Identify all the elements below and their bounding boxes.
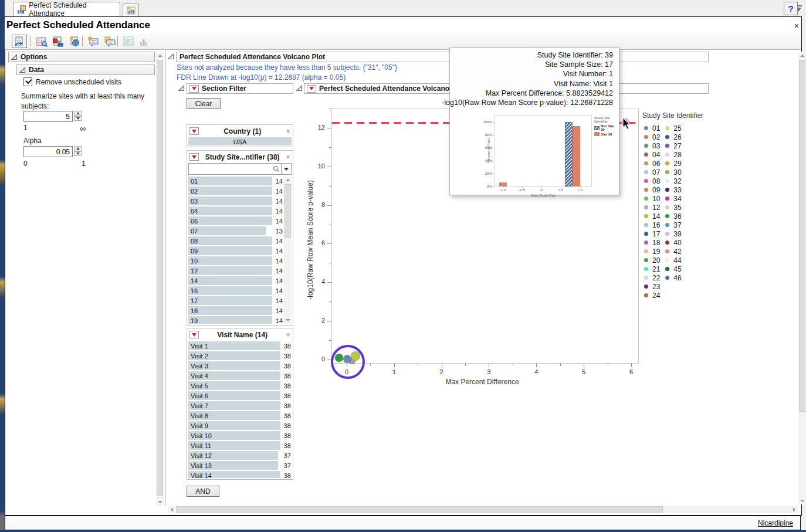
visit-item-bar[interactable]: Visit 11 — [188, 441, 280, 450]
visit-item-bar[interactable]: Visit 1 — [188, 341, 280, 350]
scroll-down-button[interactable] — [284, 317, 292, 324]
legend-item-20[interactable]: 20 — [642, 256, 660, 265]
visit-item-bar[interactable]: Visit 7 — [188, 401, 280, 410]
scroll-right-button[interactable] — [790, 506, 798, 513]
legend-item-16[interactable]: 16 — [642, 221, 660, 229]
legend-item-06[interactable]: 06 — [642, 159, 660, 168]
visit-item-row[interactable]: Visit 838 — [188, 411, 292, 420]
legend-item-42[interactable]: 42 — [663, 247, 681, 256]
visit-close-icon[interactable]: × — [286, 331, 290, 338]
legend-item-02[interactable]: 02 — [642, 133, 660, 141]
report-horizontal-scrollbar[interactable] — [168, 506, 798, 513]
site-search-input[interactable] — [189, 164, 273, 174]
site-item-row[interactable]: 1714 — [188, 296, 283, 305]
section-filter-disclosure[interactable] — [178, 85, 185, 93]
visit-item-row[interactable]: Visit 238 — [188, 351, 292, 360]
tab-chart[interactable] — [123, 4, 139, 16]
site-item-bar[interactable]: 14 — [188, 276, 272, 285]
site-item-row[interactable]: 1914 — [188, 316, 283, 324]
legend-item-23[interactable]: 23 — [642, 282, 660, 291]
site-menu-button[interactable] — [189, 153, 199, 161]
scrollbar-thumb[interactable] — [176, 506, 663, 513]
section-filter-header[interactable]: Section Filter — [187, 83, 293, 94]
visit-item-bar[interactable]: Visit 3 — [188, 361, 280, 370]
site-item-row[interactable]: 0314 — [188, 196, 283, 205]
site-item-row[interactable]: 0914 — [188, 246, 283, 255]
site-item-bar[interactable]: 08 — [188, 236, 272, 245]
site-item-bar[interactable]: 06 — [188, 216, 272, 225]
site-item-bar[interactable]: 01 — [188, 177, 272, 185]
legend-item-01[interactable]: 01 — [642, 124, 660, 133]
country-item-bar[interactable]: USA — [188, 137, 292, 145]
site-item-row[interactable]: 1614 — [188, 286, 283, 295]
legend-item-21[interactable]: 21 — [642, 265, 660, 273]
visit-item-row[interactable]: Visit 1337 — [188, 461, 292, 470]
subjects-spin-up-button[interactable] — [74, 111, 82, 116]
tab-perfect-scheduled-attendance[interactable]: Perfect Scheduled Attendance — [13, 2, 120, 16]
scroll-up-button[interactable] — [156, 52, 164, 59]
legend-item-34[interactable]: 34 — [663, 194, 681, 203]
subjects-spin-down-button[interactable] — [74, 116, 82, 121]
and-button[interactable]: AND — [187, 486, 219, 497]
visit-item-row[interactable]: Visit 1237 — [188, 451, 292, 460]
site-item-row[interactable]: 0114 — [188, 177, 283, 185]
site-item-bar[interactable]: 09 — [188, 246, 272, 255]
site-item-bar[interactable]: 18 — [188, 306, 272, 315]
legend-item-08[interactable]: 08 — [642, 177, 660, 185]
remove-unscheduled-checkbox[interactable] — [23, 77, 32, 86]
data-grid-button-disabled[interactable] — [121, 35, 136, 48]
legend-item-35[interactable]: 35 — [663, 203, 681, 212]
visit-item-row[interactable]: Visit 538 — [188, 381, 292, 390]
legend-item-29[interactable]: 29 — [663, 159, 681, 168]
legend-item-32[interactable]: 32 — [663, 177, 681, 185]
site-list-scrollbar[interactable] — [284, 177, 292, 324]
visit-item-row[interactable]: Visit 738 — [188, 401, 292, 410]
visit-item-row[interactable]: Visit 1438 — [188, 471, 292, 478]
volcano-plot-disclosure[interactable] — [296, 85, 303, 93]
site-item-bar[interactable]: 02 — [188, 187, 272, 195]
legend-item-44[interactable]: 44 — [663, 256, 681, 265]
scroll-down-button[interactable] — [798, 497, 806, 504]
legend-item-04[interactable]: 04 — [642, 150, 660, 159]
country-item-row[interactable]: USA — [188, 137, 292, 145]
subjects-input[interactable] — [23, 111, 73, 122]
alpha-spin-up-button[interactable] — [74, 146, 82, 151]
site-close-icon[interactable]: × — [286, 153, 290, 161]
new-note-button[interactable] — [86, 35, 101, 48]
panel-splitter[interactable] — [165, 49, 166, 506]
legend-item-14[interactable]: 14 — [642, 212, 660, 221]
legend-item-28[interactable]: 28 — [663, 150, 681, 159]
visit-item-bar[interactable]: Visit 10 — [188, 431, 280, 440]
legend-item-33[interactable]: 33 — [663, 185, 681, 194]
scroll-left-button[interactable] — [168, 506, 175, 513]
legend-item-18[interactable]: 18 — [642, 238, 660, 247]
help-button[interactable]: ? — [784, 2, 798, 15]
legend-item-22[interactable]: 22 — [642, 273, 660, 282]
save-graphic-button[interactable] — [50, 35, 66, 48]
country-close-icon[interactable]: × — [286, 127, 290, 135]
legend-item-37[interactable]: 37 — [663, 221, 681, 229]
legend-item-46[interactable]: 46 — [663, 273, 681, 282]
visit-item-bar[interactable]: Visit 12 — [188, 451, 278, 460]
copy-note-button[interactable] — [102, 35, 117, 48]
site-item-bar[interactable]: 03 — [188, 196, 272, 205]
legend-item-10[interactable]: 10 — [642, 194, 660, 203]
site-item-row[interactable]: 0713 — [188, 226, 283, 235]
legend-item-45[interactable]: 45 — [663, 265, 681, 273]
alpha-input[interactable] — [23, 146, 73, 157]
visit-item-row[interactable]: Visit 638 — [188, 391, 292, 400]
visit-item-bar[interactable]: Visit 2 — [188, 351, 280, 360]
close-button[interactable]: × — [792, 21, 801, 31]
legend-item-30[interactable]: 30 — [663, 168, 681, 177]
legend-item-12[interactable]: 12 — [642, 203, 660, 212]
visit-item-row[interactable]: Visit 338 — [188, 361, 292, 370]
scrollbar-thumb[interactable] — [285, 184, 291, 238]
site-item-row[interactable]: 1814 — [188, 306, 283, 315]
visit-item-bar[interactable]: Visit 4 — [188, 371, 280, 380]
clear-button[interactable]: Clear — [187, 98, 221, 109]
scroll-up-button[interactable] — [284, 177, 292, 184]
rerun-report-button[interactable] — [12, 35, 27, 48]
legend-item-40[interactable]: 40 — [663, 238, 681, 247]
site-item-row[interactable]: 1014 — [188, 256, 283, 265]
chart-button-disabled[interactable] — [136, 35, 151, 48]
